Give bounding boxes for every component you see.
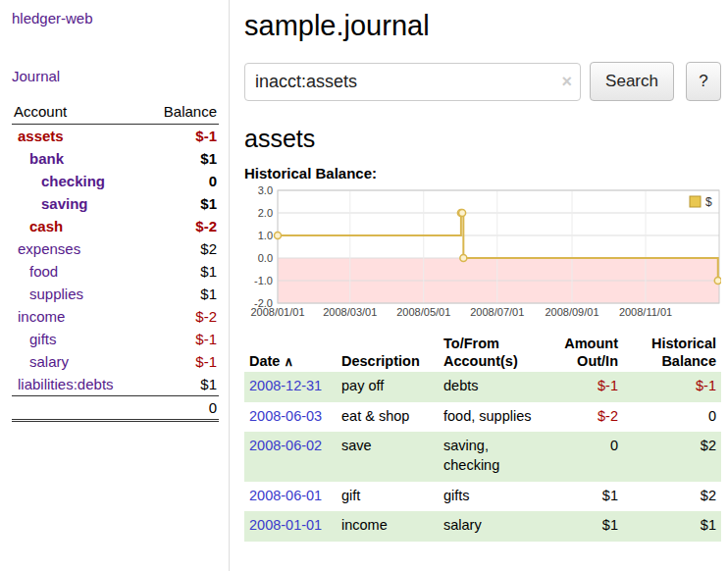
chart-title: Historical Balance: [244, 165, 721, 182]
transaction-amount: 0 [546, 432, 623, 481]
register-table: Date ∧ Description To/From Account(s) Am… [244, 333, 721, 542]
search-box: × [244, 63, 581, 101]
account-balance: $2 [145, 237, 219, 260]
x-axis-tick-label: 2008/05/01 [396, 306, 450, 318]
account-link-gifts[interactable]: gifts [29, 331, 57, 347]
transaction-amount: $-1 [546, 372, 623, 402]
y-axis-tick-label: -1.0 [254, 275, 273, 286]
search-button[interactable]: Search [590, 62, 674, 101]
accounts-header-account: Account [12, 100, 145, 125]
chart-point [714, 278, 721, 285]
account-row: supplies $1 [12, 283, 219, 305]
transaction-balance: $1 [623, 511, 721, 542]
chart-point [275, 233, 282, 239]
register-header-date[interactable]: Date ∧ [244, 333, 337, 372]
transaction-description: eat & shop [337, 402, 439, 433]
help-button[interactable]: ? [686, 62, 721, 101]
x-axis-tick-label: 2008/09/01 [545, 306, 598, 318]
transaction-description: income [337, 511, 439, 542]
register-row[interactable]: 2008-06-03 eat & shop food, supplies $-2… [244, 402, 721, 433]
accounts-total-balance: 0 [145, 396, 219, 421]
account-balance: $-1 [145, 350, 219, 373]
account-link-saving[interactable]: saving [41, 195, 88, 212]
search-form: × Search ? [244, 62, 721, 101]
app-title-link[interactable]: hledger-web [12, 10, 219, 26]
legend-swatch [690, 196, 701, 207]
account-balance: 0 [145, 170, 219, 192]
account-link-bank[interactable]: bank [29, 150, 64, 167]
accounts-header-row: Account Balance [12, 100, 219, 125]
account-balance: $1 [145, 373, 219, 396]
transaction-accounts: debts [439, 372, 546, 402]
transaction-accounts: gifts [439, 482, 546, 512]
transaction-accounts: saving, checking [439, 432, 546, 481]
transaction-date-link[interactable]: 2008-06-03 [249, 408, 322, 424]
account-link-cash[interactable]: cash [29, 218, 63, 234]
account-balance: $-1 [145, 328, 219, 350]
account-link-salary[interactable]: salary [29, 353, 69, 370]
transaction-balance: 0 [623, 402, 721, 433]
account-row: assets $-1 [12, 125, 219, 148]
account-row: salary $-1 [12, 350, 219, 373]
transaction-description: pay off [337, 372, 439, 402]
transaction-date-link[interactable]: 2008-06-01 [249, 488, 322, 503]
page-title: sample.journal [244, 10, 721, 42]
search-input[interactable] [244, 63, 581, 101]
transaction-date-link[interactable]: 2008-01-01 [249, 517, 322, 533]
account-title: assets [244, 125, 721, 153]
account-balance: $1 [145, 147, 219, 170]
account-link-food[interactable]: food [29, 263, 58, 280]
account-link-income[interactable]: income [18, 308, 65, 325]
register-row[interactable]: 2008-06-01 gift gifts $1 $2 [244, 482, 721, 512]
accounts-header-balance: Balance [145, 100, 219, 125]
register-header-description: Description [337, 333, 439, 372]
y-axis-tick-label: 3.0 [258, 185, 273, 196]
transaction-amount: $-2 [546, 402, 623, 433]
sidebar-item-journal[interactable]: Journal [12, 68, 219, 84]
account-row: food $1 [12, 260, 219, 283]
sidebar: hledger-web Journal Account Balance asse… [0, 0, 230, 571]
transaction-balance: $-1 [623, 372, 721, 402]
sort-ascending-icon: ∧ [284, 354, 293, 369]
y-axis-tick-label: 1.0 [258, 230, 273, 241]
transaction-accounts: food, supplies [439, 402, 546, 433]
account-balance: $-2 [145, 215, 219, 237]
account-balance: $-2 [145, 305, 219, 328]
account-link-expenses[interactable]: expenses [18, 240, 80, 257]
chart-point [460, 255, 467, 262]
register-header-balance: Historical Balance [623, 333, 721, 372]
transaction-date-link[interactable]: 2008-12-31 [249, 378, 322, 393]
account-row: gifts $-1 [12, 328, 219, 350]
account-row: expenses $2 [12, 237, 219, 260]
x-axis-tick-label: 2008/11/01 [619, 306, 672, 318]
register-row[interactable]: 2008-12-31 pay off debts $-1 $-1 [244, 372, 721, 402]
account-link-assets[interactable]: assets [18, 128, 64, 144]
account-row: income $-2 [12, 305, 219, 328]
transaction-balance: $2 [623, 482, 721, 512]
register-header-amount: Amount Out/In [546, 333, 623, 372]
clear-search-icon[interactable]: × [562, 72, 573, 92]
accounts-total-row: 0 [12, 396, 219, 421]
register-row[interactable]: 2008-01-01 income salary $1 $1 [244, 511, 721, 542]
legend-label: $ [705, 195, 712, 209]
accounts-table: Account Balance assets $-1 bank $1 check… [12, 100, 219, 422]
register-header-accounts: To/From Account(s) [439, 333, 546, 372]
account-link-liabilities-debts[interactable]: liabilities:debts [18, 376, 114, 392]
account-link-checking[interactable]: checking [41, 173, 105, 189]
account-balance: $1 [145, 283, 219, 305]
transaction-accounts: salary [439, 511, 546, 542]
x-axis-tick-label: 2008/03/01 [323, 306, 377, 318]
account-balance: $1 [145, 192, 219, 215]
transaction-description: gift [337, 482, 439, 512]
account-link-supplies[interactable]: supplies [29, 286, 83, 302]
transaction-date-link[interactable]: 2008-06-02 [249, 438, 322, 453]
transaction-amount: $1 [546, 511, 623, 542]
account-balance: $-1 [145, 125, 219, 148]
transaction-amount: $1 [546, 482, 623, 512]
account-balance: $1 [145, 260, 219, 283]
chart-point [459, 210, 466, 217]
main-content: sample.journal × Search ? assets Histori… [244, 0, 721, 542]
transaction-description: save [337, 432, 439, 481]
register-row[interactable]: 2008-06-02 save saving, checking 0 $2 [244, 432, 721, 481]
account-row: checking 0 [12, 170, 219, 192]
